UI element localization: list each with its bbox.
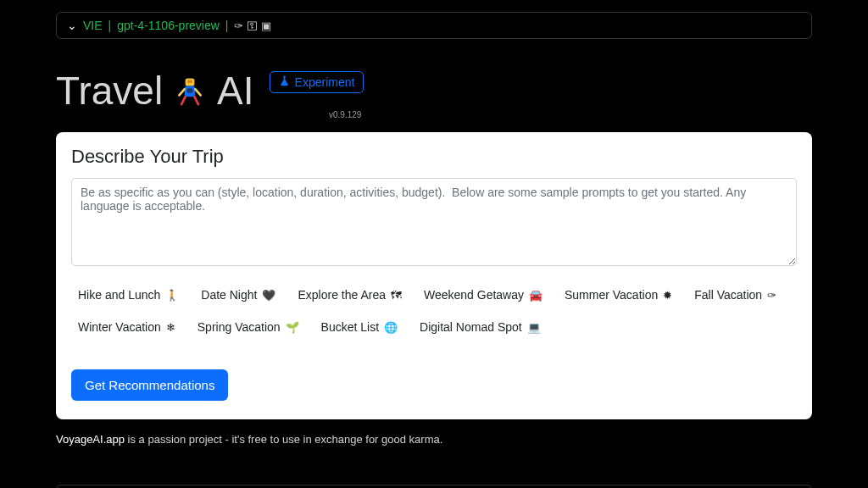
chip-label: Explore the Area [298,288,386,302]
footer-tagline: VoyageAI.app is a passion project - it's… [56,433,812,446]
prompt-chip-sun[interactable]: Summer Vacation✹ [565,288,672,302]
chip-label: Spring Vacation [198,320,281,334]
sample-prompt-chips: Hike and Lunch🚶Date Night🖤Explore the Ar… [71,288,797,334]
hiking-icon: 🚶 [165,289,179,302]
prompt-chip-seedling[interactable]: Spring Vacation🌱 [198,320,299,334]
prompt-chip-laptop[interactable]: Digital Nomad Spot💻 [420,320,541,334]
chip-label: Weekend Getaway [424,288,524,302]
version-label: v0.9.129 [329,110,361,119]
footer-brand: VoyageAI.app [56,433,125,446]
debug-prefix: VIE [83,19,103,32]
prompt-chip-car[interactable]: Weekend Getaway🚘 [424,288,542,302]
experiment-badge[interactable]: Experiment [270,71,364,93]
prompt-chip-hiking[interactable]: Hike and Lunch🚶 [78,288,179,302]
folder-icon: ▣ [261,19,275,32]
leaf-icon: ✑ [767,289,776,302]
chip-label: Hike and Lunch [78,288,160,302]
get-recommendations-button[interactable]: Get Recommendations [71,369,228,401]
sun-icon: ✹ [663,289,672,302]
chip-label: Winter Vacation [78,320,161,334]
laptop-icon: 💻 [527,321,541,334]
heart-icon: 🖤 [262,289,275,302]
model-debug-bar[interactable]: ⌄ VIE | gpt-4-1106-preview | ✑⚿▣ [56,12,812,39]
title-part2: AI [217,68,253,114]
backpacker-icon [175,75,205,106]
packing-list-collapsed[interactable]: ⌄ Packing List [56,485,812,488]
debug-trailing-icons: ✑⚿▣ [234,19,275,32]
footer-rest: is a passion project - it's free to use … [125,433,442,446]
chip-label: Summer Vacation [565,288,658,302]
chip-label: Digital Nomad Spot [420,320,522,334]
svg-rect-1 [187,80,192,83]
prompt-chip-map[interactable]: Explore the Area🗺 [298,288,402,302]
seedling-icon: 🌱 [286,321,299,334]
chip-label: Date Night [201,288,257,302]
prompt-chip-snowflake[interactable]: Winter Vacation❄ [78,320,175,334]
debug-tail-sep: | [225,19,229,32]
prompt-chip-heart[interactable]: Date Night🖤 [201,288,275,302]
chevron-down-icon: ⌄ [67,19,77,32]
describe-trip-card: Describe Your Trip Hike and Lunch🚶Date N… [56,132,812,419]
chip-label: Fall Vacation [694,288,762,302]
prompt-chip-leaf[interactable]: Fall Vacation✑ [694,288,776,302]
svg-rect-3 [187,88,193,92]
map-icon: 🗺 [391,289,402,302]
trip-description-input[interactable] [71,178,797,266]
leaf-icon: ✑ [234,19,247,32]
car-icon: 🚘 [529,289,542,302]
debug-sep: | [108,19,112,32]
key-icon: ⚿ [247,19,261,32]
app-title: Travel AI [56,68,254,114]
snowflake-icon: ❄ [166,321,175,334]
debug-model: gpt-4-1106-preview [117,19,220,32]
title-part1: Travel [56,68,163,114]
app-title-row: Travel AI Experiment v0.9. [56,68,812,114]
chip-label: Bucket List [321,320,379,334]
experiment-label: Experiment [295,75,355,89]
prompt-chip-globe[interactable]: Bucket List🌐 [321,320,398,334]
globe-icon: 🌐 [384,321,398,334]
flask-icon [279,75,290,89]
card-heading: Describe Your Trip [71,146,797,168]
